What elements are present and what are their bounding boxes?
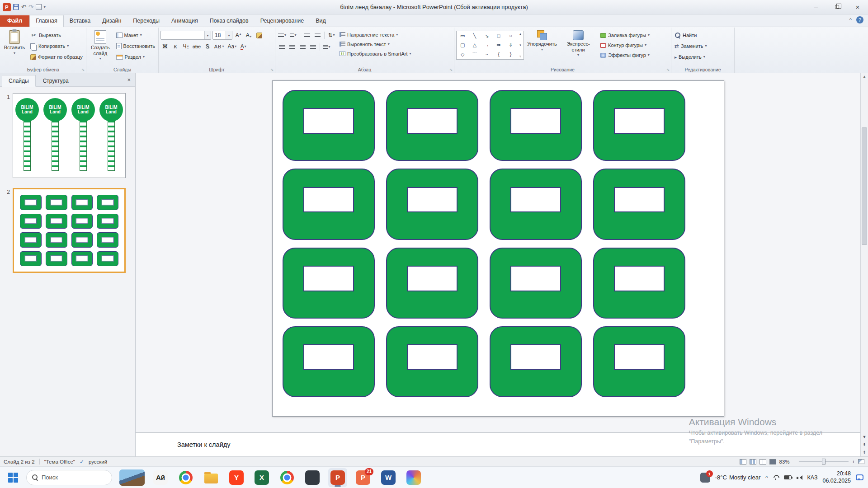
battery-icon[interactable] [784,475,792,479]
section-button[interactable]: Раздел ▾ [115,52,156,61]
slide-1-thumbnail[interactable]: BILIMLandBILIMLandBILIMLandBILIMLand [13,93,126,178]
green-frame-shape[interactable] [593,169,685,239]
change-case-button[interactable]: Аа ▾ [226,42,237,51]
shape-gallery-item-10[interactable]: ◇ [461,52,464,57]
font-name-combobox[interactable]: ▾ [160,31,211,40]
columns-button[interactable]: ▾ [322,42,331,52]
qat-slideshow-icon[interactable] [36,4,42,10]
bold-button[interactable]: Ж [160,42,170,51]
green-frame-shape[interactable] [490,326,582,397]
align-left-button[interactable] [277,42,286,52]
arrange-button[interactable]: Упорядочить ▾ [526,28,558,66]
paste-button[interactable]: Вставить ▾ [2,28,27,66]
shape-gallery-item-2[interactable]: ↘ [485,33,489,38]
save-icon[interactable] [13,4,19,10]
shape-gallery-item-8[interactable]: ⇒ [496,42,500,47]
green-frame-shape[interactable] [283,90,375,161]
shape-effects-button[interactable]: Эффекты фигур ▾ [599,51,651,60]
tab-transitions[interactable]: Переходы [127,15,165,27]
fit-to-window-icon[interactable] [858,459,864,464]
gallery-scroll-up-icon[interactable]: ▴ [519,32,521,36]
dialog-launcher-clipboard[interactable]: ⇘ [81,68,85,72]
tab-slideshow[interactable]: Показ слайдов [204,15,255,27]
font-name-dropdown-icon[interactable]: ▾ [204,31,211,39]
format-painter-button[interactable]: Формат по образцу [29,52,84,61]
slide-editor-area[interactable] [136,73,860,432]
normal-view-icon[interactable] [740,459,746,465]
shape-gallery-item-0[interactable]: ▭ [460,33,465,38]
taskbar-app-powerpoint-badge[interactable]: P21 [354,468,373,487]
shape-gallery-item-12[interactable]: ~ [485,52,488,57]
help-icon[interactable]: ? [856,16,863,23]
font-size-combobox[interactable]: ▾ [212,31,232,40]
slide-sorter-view-icon[interactable] [750,459,756,465]
green-frame-shape[interactable] [593,326,685,397]
replace-button[interactable]: ⇄ Заменить ▾ [673,42,732,51]
scroll-down-icon[interactable]: ▼ [863,435,867,439]
shape-gallery-item-5[interactable]: ▢ [460,42,465,47]
close-button[interactable]: × [847,0,868,14]
taskbar-app-widgets-weather[interactable] [119,468,145,487]
green-frame-shape[interactable] [490,248,582,319]
green-frame-shape[interactable] [386,169,478,239]
taskbar-app-photos[interactable] [404,468,423,487]
taskbar-search[interactable]: Поиск [26,470,112,485]
taskbar-app-chrome-2[interactable] [278,468,297,487]
previous-slide-icon[interactable]: ⇞ [863,442,866,447]
minimize-button[interactable]: – [806,0,826,14]
tab-view[interactable]: Вид [310,15,332,27]
next-slide-icon[interactable]: ⇟ [863,450,866,455]
font-color-button[interactable]: А ▾ [239,42,248,51]
green-frame-shape[interactable] [593,248,685,319]
font-name-input[interactable] [163,32,204,38]
font-size-dropdown-icon[interactable]: ▾ [226,31,232,39]
taskbar-app-excel[interactable]: X [252,468,271,487]
tab-review[interactable]: Рецензирование [255,15,310,27]
shrink-font-button[interactable]: А ▾ [244,31,253,40]
quick-styles-button[interactable]: Экспресс-стили ▾ [560,28,596,66]
vertical-scrollbar[interactable]: ▲ ▼ ⇞ ⇟ [860,73,868,456]
reading-view-icon[interactable] [760,459,766,465]
green-frame-shape[interactable] [490,90,582,161]
font-size-input[interactable] [215,32,226,38]
zoom-level[interactable]: 83% [779,459,790,465]
clear-formatting-button[interactable] [255,31,264,40]
text-shadow-button[interactable]: S [203,42,212,51]
tray-overflow-icon[interactable]: ^ [765,475,768,480]
taskbar-app-yandex-browser[interactable]: Y [227,468,246,487]
green-frame-shape[interactable] [283,169,375,239]
grow-font-button[interactable]: А ▴ [234,31,243,40]
layout-button[interactable]: Макет ▾ [115,31,156,40]
spell-check-icon[interactable]: ✓ [80,459,84,465]
select-button[interactable]: ▸ Выделить ▾ [673,52,732,61]
shape-gallery-item-11[interactable]: ⌒ [472,52,477,57]
green-frame-shape[interactable] [386,326,478,397]
strikethrough-button[interactable]: abc [192,42,202,51]
shape-outline-button[interactable]: Контур фигуры ▾ [599,41,651,50]
shape-gallery-item-14[interactable]: } [510,52,512,57]
align-right-button[interactable] [298,42,307,52]
powerpoint-app-icon[interactable]: P [3,3,11,11]
redo-icon[interactable]: ↷ [28,4,33,10]
dialog-launcher-paragraph[interactable]: ⇘ [449,68,453,72]
dialog-launcher-font[interactable]: ⇘ [270,68,274,72]
proofing-language[interactable]: русский [89,459,107,465]
taskbar-app-chrome[interactable] [176,468,195,487]
find-button[interactable]: Найти [673,31,732,40]
green-frame-shape[interactable] [283,248,375,319]
shape-fill-button[interactable]: Заливка фигуры ▾ [599,31,651,40]
weather-widget[interactable]: -8°C Mostly clear [715,474,761,481]
start-button[interactable] [5,469,22,486]
tab-insert[interactable]: Вставка [64,15,96,27]
volume-icon[interactable] [797,475,802,480]
italic-button[interactable]: К [171,42,180,51]
decrease-indent-button[interactable] [302,31,311,40]
green-frame-shape[interactable] [386,248,478,319]
taskbar-app-file-explorer[interactable] [202,468,221,487]
numbering-button[interactable]: ▾ [288,31,297,40]
shape-gallery-item-9[interactable]: ⇓ [509,42,513,47]
green-frame-shape[interactable] [490,169,582,239]
minimize-ribbon-icon[interactable]: ^ [849,17,852,23]
notification-app-icon[interactable]: 1 [700,473,710,483]
close-panel-icon[interactable]: × [127,76,131,83]
